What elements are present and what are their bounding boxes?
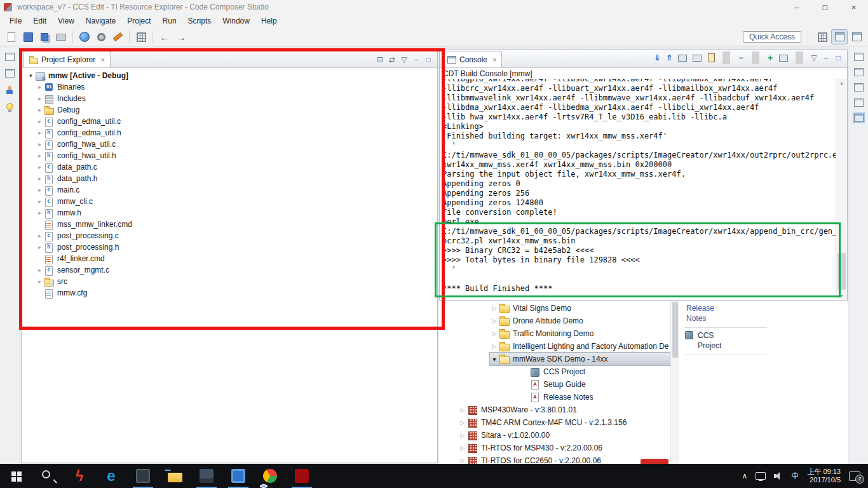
menu-item[interactable]: Edit — [27, 17, 52, 25]
console-toolbar-icon[interactable]: – — [822, 53, 830, 62]
resource-tree-item[interactable]: Intelligent Lighting and Factory Automat… — [490, 340, 670, 353]
toolbar-icon[interactable] — [129, 30, 130, 43]
view-toolbar-icon[interactable]: ⇄ — [388, 55, 396, 64]
taskbar-app-icon[interactable] — [95, 464, 127, 488]
menu-item[interactable]: View — [52, 17, 80, 25]
view-toolbar-icon[interactable]: □ — [424, 55, 432, 64]
console-toolbar-icon[interactable] — [677, 54, 688, 62]
tree-item[interactable]: Debug — [22, 104, 437, 116]
menu-item[interactable]: Project — [121, 17, 156, 25]
expand-chevron-icon[interactable] — [36, 278, 44, 285]
console-toolbar-icon[interactable] — [707, 53, 715, 62]
tree-item[interactable]: main.c — [22, 184, 437, 196]
toolbar-icon[interactable] — [77, 30, 92, 44]
toolbar-icon[interactable] — [153, 30, 153, 43]
expand-chevron-icon[interactable] — [490, 356, 499, 363]
resource-tree-item[interactable]: TI-RTOS for CC2650 - v:2.20.00.06 — [458, 454, 670, 464]
resource-tree-item[interactable]: Traffic Monitoring Demo — [490, 327, 670, 340]
minimize-button[interactable]: – — [782, 0, 811, 14]
expand-chevron-icon[interactable] — [36, 187, 44, 193]
scrollbar-thumb[interactable] — [672, 302, 678, 358]
toolbar-icon[interactable]: → — [173, 30, 189, 44]
right-strip-icon[interactable] — [854, 83, 864, 92]
view-toolbar-icon[interactable]: ⊟ — [376, 55, 384, 64]
toolbar-icon[interactable] — [72, 30, 73, 43]
perspective-button[interactable] — [831, 29, 848, 44]
resource-scrollbar[interactable] — [670, 301, 679, 464]
tree-item[interactable]: config_hwa_util.h — [22, 150, 437, 161]
left-strip-icon[interactable] — [5, 69, 15, 78]
expand-chevron-icon[interactable] — [36, 175, 44, 182]
tree-item[interactable]: config_hwa_util.c — [22, 139, 437, 150]
tree-item[interactable]: src — [22, 276, 437, 287]
toolbar-icon[interactable] — [110, 30, 125, 44]
expand-arrow-icon[interactable] — [27, 72, 35, 79]
right-strip-icon[interactable] — [854, 53, 864, 61]
tree-item[interactable]: data_path.c — [22, 161, 437, 173]
toolbar-icon[interactable] — [4, 30, 19, 44]
toolbar-icon[interactable] — [93, 30, 109, 44]
tree-item[interactable]: Binaries — [22, 81, 437, 93]
taskbar-app-icon[interactable] — [222, 464, 254, 488]
tree-item[interactable]: mss_mmw_linker.cmd — [22, 219, 437, 230]
project-root-row[interactable]: mmw [Active - Debug] — [22, 70, 437, 81]
console-toolbar-icon[interactable] — [692, 54, 702, 62]
scroll-down-icon[interactable]: ▼ — [836, 294, 847, 298]
taskbar-app-icon[interactable] — [32, 464, 64, 488]
tree-item[interactable]: r4f_linker.cmd — [22, 253, 437, 264]
volume-icon[interactable] — [774, 472, 783, 480]
tree-item[interactable]: config_edma_util.h — [22, 127, 437, 139]
expand-chevron-icon[interactable] — [36, 233, 44, 239]
maximize-button[interactable]: □ — [811, 0, 839, 14]
taskbar-app-icon[interactable] — [254, 464, 286, 488]
expand-chevron-icon[interactable] — [36, 95, 44, 102]
console-toolbar-icon[interactable] — [722, 51, 730, 64]
resource-link[interactable]: Release Notes — [684, 301, 767, 328]
tree-item[interactable]: Includes — [22, 93, 437, 104]
resource-link[interactable]: CCS Project — [684, 328, 767, 355]
tab-close-icon[interactable]: × — [492, 56, 496, 64]
taskbar-app-icon[interactable] — [286, 464, 318, 488]
expand-chevron-icon[interactable] — [36, 107, 44, 113]
menu-item[interactable]: Help — [255, 17, 283, 25]
close-button[interactable]: × — [839, 0, 868, 14]
taskbar-app-icon[interactable] — [127, 464, 159, 488]
tree-item[interactable]: mmw.h — [22, 207, 437, 219]
expand-chevron-icon[interactable] — [36, 164, 44, 170]
network-icon[interactable] — [756, 472, 766, 480]
tree-item[interactable]: config_edma_util.c — [22, 116, 437, 127]
expand-chevron-icon[interactable] — [36, 84, 44, 90]
expand-chevron-icon[interactable] — [490, 318, 499, 324]
tab-console[interactable]: Console × — [442, 51, 502, 67]
tree-item[interactable]: mmw.cfg — [22, 287, 437, 299]
taskbar-app-icon[interactable] — [191, 464, 222, 488]
menu-item[interactable]: Window — [217, 17, 255, 25]
console-toolbar-icon[interactable]: ▽ — [810, 53, 818, 62]
console-toolbar-icon[interactable] — [752, 51, 759, 64]
menu-item[interactable]: Navigate — [80, 17, 121, 25]
tree-item[interactable]: post_processing.h — [22, 241, 437, 253]
resource-tree-item[interactable]: TM4C ARM Cortex-M4F MCU - v:2.1.3.156 — [458, 416, 670, 429]
toolbar-icon[interactable] — [20, 30, 36, 44]
menu-item[interactable]: File — [4, 17, 27, 25]
expand-chevron-icon[interactable] — [490, 343, 499, 349]
resource-tree-item[interactable]: TI-RTOS for MSP430 - v:2.20.00.06 — [458, 442, 670, 454]
left-strip-icon[interactable] — [5, 53, 15, 61]
right-strip-icon[interactable] — [854, 68, 864, 76]
expand-chevron-icon[interactable] — [36, 130, 44, 136]
hidden-icons-chevron[interactable]: ∧ — [742, 471, 748, 480]
expand-chevron-icon[interactable] — [458, 458, 467, 464]
view-toolbar-icon[interactable]: ▽ — [400, 55, 408, 64]
resource-tree-item[interactable]: mmWave SDK Demo - 14xx — [490, 353, 670, 365]
console-toolbar-icon[interactable] — [778, 54, 789, 62]
expand-chevron-icon[interactable] — [36, 210, 44, 216]
expand-chevron-icon[interactable] — [36, 267, 44, 273]
right-strip-icon[interactable] — [854, 114, 864, 122]
expand-chevron-icon[interactable] — [36, 152, 44, 159]
expand-chevron-icon[interactable] — [36, 198, 44, 205]
resource-tree-item[interactable]: Drone Altitude Demo — [490, 315, 670, 327]
resource-tree-item[interactable]: Release Notes — [520, 391, 670, 403]
perspective-button[interactable] — [815, 30, 830, 44]
tree-item[interactable]: data_path.h — [22, 173, 437, 184]
expand-chevron-icon[interactable] — [490, 330, 499, 337]
